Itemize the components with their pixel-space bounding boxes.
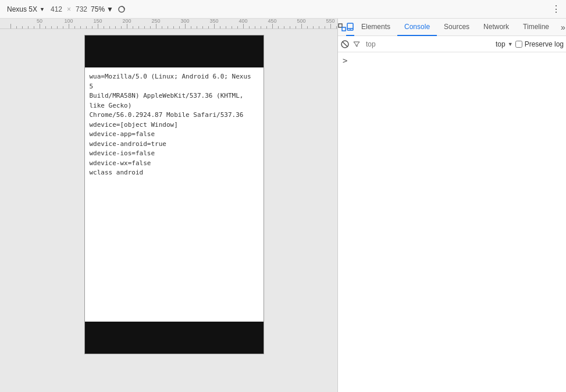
tab-sources[interactable]: Sources xyxy=(437,19,476,36)
ruler-tick xyxy=(86,26,87,28)
phone-content-line: wdevice-app=false xyxy=(90,130,259,140)
ruler-tick xyxy=(10,24,11,28)
ruler-tick xyxy=(51,26,52,28)
ruler-tick xyxy=(266,26,267,28)
phone-content-line: wdevice-ios=false xyxy=(90,149,259,159)
tab-timeline[interactable]: Timeline xyxy=(516,19,556,36)
console-context-select[interactable]: top ▼ xyxy=(496,40,513,48)
device-container: wua=Mozilla/5.0 (Linux; Android 6.0; Nex… xyxy=(10,29,337,392)
ruler-tick xyxy=(214,24,215,28)
ruler-tick xyxy=(162,26,162,28)
ruler-tick xyxy=(313,26,314,28)
phone-top-bar xyxy=(85,35,264,67)
phone-content-line: wdevice-wx=false xyxy=(90,159,259,169)
ruler-tick xyxy=(92,26,92,28)
ruler-tick xyxy=(173,26,174,28)
ruler-tick xyxy=(220,26,220,28)
ruler-tick xyxy=(179,26,180,28)
ruler-tick xyxy=(278,26,279,28)
inspect-icon-btn[interactable] xyxy=(338,19,346,36)
main-area: 50100150200250300350400450500550 wua=Moz… xyxy=(0,19,566,392)
context-arrow: ▼ xyxy=(508,41,513,47)
ruler-label: 500 xyxy=(297,19,305,24)
ruler-tick xyxy=(237,26,238,28)
ruler-tick xyxy=(185,24,186,28)
svg-point-5 xyxy=(350,28,351,30)
more-options-icon[interactable]: ⋮ xyxy=(551,3,561,15)
ruler-tick xyxy=(34,26,34,28)
ruler-label: 100 xyxy=(64,19,73,24)
ruler-tick xyxy=(243,24,244,28)
ruler-tick xyxy=(208,26,209,28)
filter-console-btn[interactable] xyxy=(352,40,361,49)
console-prompt[interactable]: > xyxy=(343,55,561,66)
tab-network[interactable]: Network xyxy=(476,19,516,36)
tab-console[interactable]: Console xyxy=(397,19,437,36)
preserve-log-checkbox[interactable] xyxy=(515,41,522,48)
phone-content-line: Build/MRA58N) AppleWebKit/537.36 (KHTML,… xyxy=(90,91,259,111)
svg-line-7 xyxy=(343,41,348,47)
phone-content-line: wclass android xyxy=(90,168,259,178)
ruler-tick xyxy=(272,24,273,28)
phone-content: wua=Mozilla/5.0 (Linux; Android 6.0; Nex… xyxy=(85,67,264,183)
ruler-tick xyxy=(191,26,191,28)
ruler-tick xyxy=(168,26,168,28)
zoom-selector[interactable]: 75% ▼ xyxy=(91,5,113,13)
ruler-tick xyxy=(301,24,302,28)
ruler-tick xyxy=(296,26,296,28)
ruler-tick xyxy=(330,24,331,28)
ruler-label: 150 xyxy=(93,19,102,24)
tab-elements[interactable]: Elements xyxy=(354,19,397,36)
ruler-tick xyxy=(325,26,325,28)
device-with-ruler: wua=Mozilla/5.0 (Linux; Android 6.0; Nex… xyxy=(0,29,337,392)
device-area: 50100150200250300350400450500550 wua=Moz… xyxy=(0,19,337,392)
ruler-tick xyxy=(133,26,133,28)
more-tabs-btn[interactable]: » xyxy=(556,23,566,32)
console-filter-input[interactable] xyxy=(364,38,493,50)
phone-content-line: wdevice-android=true xyxy=(90,140,259,149)
ruler-label: 200 xyxy=(122,19,131,24)
ruler-tick xyxy=(98,24,98,28)
ruler-tick xyxy=(197,26,197,28)
ruler-tick xyxy=(307,26,308,28)
preserve-log-label[interactable]: Preserve log xyxy=(515,40,564,48)
svg-rect-1 xyxy=(339,24,342,27)
rotate-icon[interactable] xyxy=(117,5,126,14)
ruler-tick xyxy=(255,26,255,28)
ruler-tick xyxy=(232,26,232,28)
ruler-tick xyxy=(80,26,81,28)
device-name: Nexus 5X xyxy=(7,5,37,13)
device-selector[interactable]: Nexus 5X ▼ xyxy=(5,4,47,15)
ruler-tick xyxy=(127,24,127,28)
devtools-panel: Elements Console Sources Network Timelin… xyxy=(337,19,566,392)
clear-console-btn[interactable] xyxy=(340,40,350,49)
ruler-label: 250 xyxy=(151,19,160,24)
device-height: 732 xyxy=(76,5,87,13)
ruler-tick xyxy=(74,26,75,28)
ruler-tick xyxy=(45,26,46,28)
phone-content-line: wua=Mozilla/5.0 (Linux; Android 6.0; Nex… xyxy=(90,72,259,91)
device-width: 412 xyxy=(51,5,62,13)
device-selector-arrow: ▼ xyxy=(40,6,45,12)
context-value: top xyxy=(496,40,506,48)
ruler-tick xyxy=(104,26,104,28)
ruler-tick xyxy=(63,26,63,28)
ruler-tick xyxy=(40,24,40,28)
top-toolbar: Nexus 5X ▼ 412 × 732 75% ▼ ⋮ xyxy=(0,0,566,19)
ruler-label: 550 xyxy=(326,19,334,24)
ruler-tick xyxy=(69,24,69,28)
ruler-tick xyxy=(319,26,319,28)
device-mode-btn[interactable] xyxy=(346,19,354,36)
ruler-tick xyxy=(115,26,116,28)
ruler-tick xyxy=(121,26,122,28)
zoom-arrow: ▼ xyxy=(106,5,113,13)
ruler-tick xyxy=(28,26,29,28)
ruler-tick xyxy=(226,26,226,28)
ruler-top: 50100150200250300350400450500550 xyxy=(0,19,337,29)
svg-rect-2 xyxy=(342,27,346,31)
devtools-tabs: Elements Console Sources Network Timelin… xyxy=(338,19,566,36)
dimension-separator: × xyxy=(67,5,71,13)
ruler-tick xyxy=(16,26,17,28)
phone-frame: wua=Mozilla/5.0 (Linux; Android 6.0; Nex… xyxy=(84,35,264,354)
ruler-tick xyxy=(144,26,145,28)
